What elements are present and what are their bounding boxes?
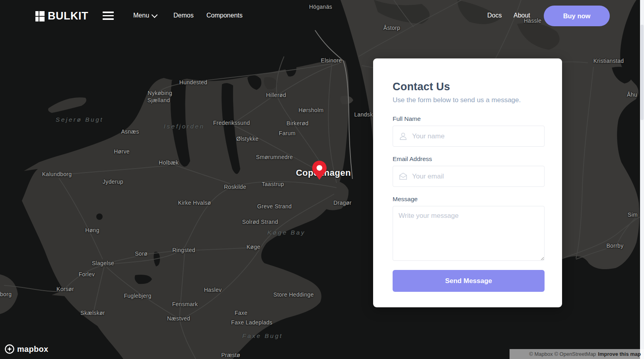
map-label-town: Hillerød: [266, 92, 286, 98]
map-label-town: Asnæs: [121, 128, 139, 135]
mapbox-icon: [5, 344, 14, 354]
contact-card: Contact Us Use the form below to send us…: [373, 58, 562, 307]
fullname-input[interactable]: [393, 126, 545, 147]
map-label-town: Fuglebjerg: [124, 293, 151, 299]
map-label-town: Roskilde: [224, 184, 246, 190]
map-label-water: Isefjorden: [163, 123, 204, 130]
map-label-town: Sjælland: [148, 97, 170, 103]
chevron-down-icon: [152, 12, 158, 18]
map-label-town: Korsør: [56, 286, 74, 292]
map-label-town: Elsinore: [321, 57, 342, 64]
map-label-town: Køge: [247, 244, 261, 250]
attribution-text: © Mapbox © OpenStreetMap: [529, 351, 596, 357]
email-field-group: Email Address: [393, 155, 545, 187]
map-label-town: Jyderup: [103, 179, 123, 185]
mapbox-wordmark: mapbox: [17, 345, 48, 354]
nav-menu-dropdown[interactable]: Menu: [133, 12, 157, 19]
map-label-town: Birkerød: [286, 120, 308, 126]
map-label-town: Hørve: [114, 148, 130, 155]
map-label-town: Forlev: [79, 271, 95, 277]
map-label-town: Taastrup: [262, 181, 284, 187]
map-label-town: Borrby: [606, 243, 623, 249]
map-label-town: Dragør: [333, 200, 351, 206]
map-label-town: Præstø: [221, 352, 240, 358]
fullname-label: Full Name: [393, 115, 545, 122]
map-pin-copenhagen[interactable]: [312, 160, 327, 180]
map-label-town: Fensmark: [172, 301, 198, 307]
map-label-town: Åhu: [627, 91, 637, 98]
map-label-town: Ølstykke: [236, 136, 259, 142]
map-label-town: Haslev: [204, 287, 222, 293]
card-title: Contact Us: [393, 81, 545, 93]
map-label-town: Slagelse: [92, 260, 114, 266]
brand-logo[interactable]: BULKIT: [35, 10, 88, 22]
scrollbar-thumb[interactable]: [640, 25, 644, 120]
map-label-town: borg: [0, 291, 12, 297]
bulkit-grid-icon: [35, 11, 45, 21]
message-label: Message: [393, 196, 545, 203]
map-label-town: Sorø: [135, 250, 148, 257]
map-label-water: Sejerø Bugt: [56, 116, 103, 123]
nav-docs[interactable]: Docs: [487, 12, 502, 19]
map-label-town: Store Heddinge: [273, 291, 314, 298]
nav-menu-label: Menu: [133, 12, 149, 19]
map-label-town: Kirke Hvalsø: [178, 200, 211, 206]
send-message-button[interactable]: Send Message: [393, 270, 545, 292]
map-label-town: Sim: [628, 212, 638, 218]
navbar: BULKIT Menu Demos Components Docs About …: [0, 0, 644, 31]
nav-components[interactable]: Components: [206, 12, 243, 19]
fullname-field-group: Full Name: [393, 115, 545, 147]
scrollbar-track[interactable]: [640, 0, 644, 359]
map-label-town: Ringsted: [172, 247, 195, 253]
map-label-town: Smørumnedre: [256, 154, 293, 160]
email-input[interactable]: [393, 166, 545, 187]
buy-now-button[interactable]: Buy now: [544, 6, 610, 26]
email-label: Email Address: [393, 155, 545, 163]
map-label-town: Solrød Strand: [242, 219, 278, 225]
map-label-water: Faxe Bugt: [242, 332, 283, 340]
hamburger-menu-icon[interactable]: [103, 12, 114, 22]
brand-name: BULKIT: [48, 10, 88, 22]
map-label-town: Kalundborg: [42, 171, 72, 177]
map-label-town: Farum: [279, 130, 296, 136]
map-label-water: Køge Bay: [267, 229, 305, 236]
map-label-town: Hørsholm: [298, 107, 323, 113]
map-label-town: Frederikssund: [213, 120, 250, 126]
map-label-town: Høng: [85, 227, 99, 233]
mapbox-logo[interactable]: mapbox: [5, 344, 48, 354]
page: HöganäsÅstorpHässleKristianstadÅhuElsino…: [0, 0, 644, 359]
message-field-group: Message: [393, 196, 545, 262]
map-label-town: Kristianstad: [593, 58, 624, 64]
nav-about[interactable]: About: [514, 12, 530, 19]
nav-demos[interactable]: Demos: [173, 12, 194, 19]
message-textarea[interactable]: [393, 206, 545, 261]
card-subtitle: Use the form below to send us a message.: [393, 96, 545, 104]
map-label-town: Faxe: [235, 310, 247, 316]
map-label-town: Nykøbing: [148, 90, 172, 96]
improve-map-link[interactable]: Improve this map: [598, 351, 641, 357]
map-label-town: Hundested: [179, 79, 207, 85]
map-label-town: Skælskør: [80, 310, 105, 316]
map-label-town: Greve Strand: [257, 203, 292, 210]
map-label-town: Holbæk: [159, 159, 179, 166]
map-attribution: © Mapbox © OpenStreetMap Improve this ma…: [510, 349, 644, 359]
map-label-town: Faxe Ladeplads: [231, 319, 272, 326]
map-label-town: Næstved: [167, 315, 190, 322]
map-label-town: Landsk: [354, 111, 373, 118]
